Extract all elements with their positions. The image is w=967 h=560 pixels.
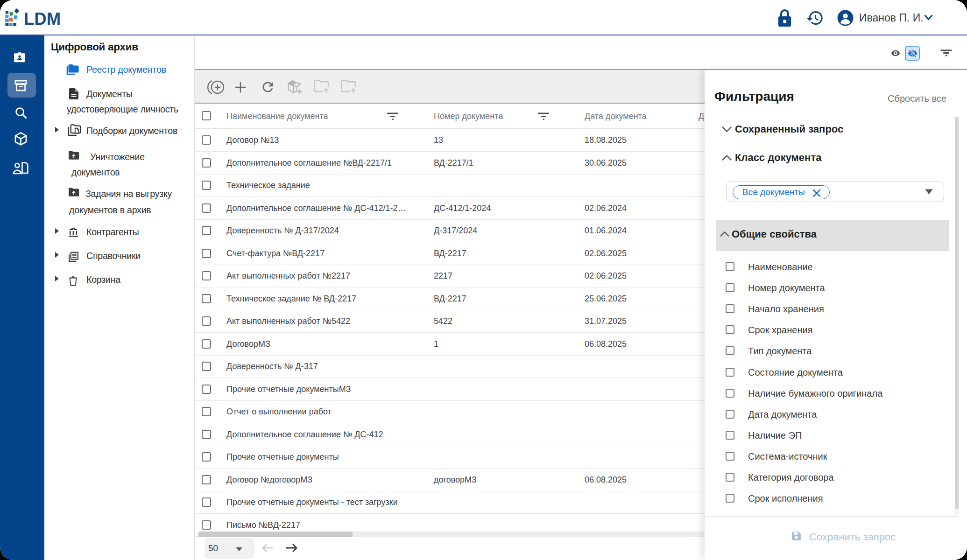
svg-text:LDM: LDM [24, 9, 61, 28]
